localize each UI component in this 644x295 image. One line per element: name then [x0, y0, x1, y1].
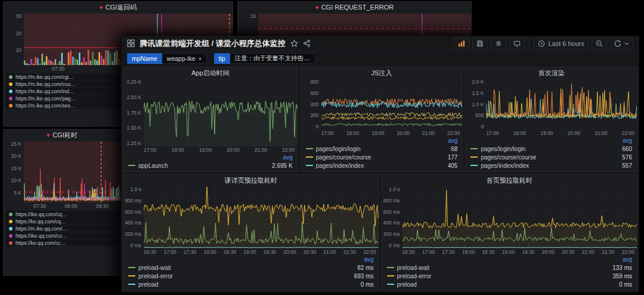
legend: avg pages/login/login 660: [466, 137, 637, 171]
chart-svg: [144, 79, 298, 146]
settings-button[interactable]: [491, 38, 506, 50]
panel-title-js-inject[interactable]: JS注入: [301, 67, 463, 78]
legend-label: pages/login/login: [481, 146, 622, 152]
y-tick: 20 K: [11, 153, 22, 159]
series-color-dash: [470, 148, 478, 149]
series-color-dot: [9, 227, 13, 231]
y-axis: 25 K20 K15 K10 K5 K: [4, 142, 24, 202]
save-button[interactable]: [472, 38, 488, 50]
series-color-dash: [470, 165, 478, 166]
legend-item[interactable]: pages/login/login 660: [470, 145, 632, 153]
legend-item[interactable]: pages/index/index 405: [306, 161, 458, 170]
js-inject-chart[interactable]: [321, 79, 463, 130]
legend: https://ike.qq.com/cq… https://ke.qq.com…: [4, 210, 120, 275]
legend-label: https://m.ike.qq.com/ind…: [16, 88, 74, 94]
zoom-out-button[interactable]: [592, 38, 607, 50]
series-color-dot: [9, 234, 13, 238]
legend-avg-header: avg: [387, 256, 633, 263]
series-color-dash: [470, 156, 478, 158]
series-color-dot: [9, 75, 13, 79]
legend-avg-header: avg: [128, 256, 374, 263]
first-render-chart[interactable]: [486, 79, 637, 130]
legend-avg-value: 359 ms: [612, 273, 632, 279]
legend-item[interactable]: preload-error 359 ms: [387, 272, 633, 280]
legend-label: preload: [138, 281, 361, 288]
legend-item[interactable]: preload-wait 82 ms: [128, 263, 374, 272]
legend-item[interactable]: pages/login/login 68: [306, 145, 458, 153]
alert-heart-icon: ♥: [315, 4, 319, 11]
variable-tip-value[interactable]: 注意：由于变量不支持告…: [230, 53, 315, 64]
x-tick: 19:00: [199, 147, 212, 153]
x-tick: 18:30: [482, 249, 494, 255]
y-tick: 500: [475, 113, 484, 118]
series-color-dash: [128, 165, 135, 166]
course-preload-chart[interactable]: [144, 187, 379, 248]
star-icon[interactable]: [290, 39, 298, 47]
legend-item[interactable]: preload 0 ms: [128, 280, 374, 288]
panel-title-course-preload[interactable]: 课详页预拉取耗时: [123, 175, 379, 186]
legend-item[interactable]: pages/course/course 576: [470, 153, 632, 161]
time-range-button[interactable]: Last 6 hours: [534, 38, 589, 50]
x-tick: 18:00: [462, 249, 475, 255]
share-icon[interactable]: [303, 39, 311, 47]
panel-title-cgi-request-error[interactable]: ♥CGI REQUEST_ERROR: [238, 2, 471, 13]
x-tick: 21:00: [595, 130, 607, 136]
legend-avg-header: avg: [306, 137, 458, 145]
x-tick: 18:00: [203, 249, 216, 255]
panel-title-cgi-latency[interactable]: ♥CGI耗时: [4, 130, 120, 140]
x-tick: 17:00: [144, 147, 156, 153]
time-range-label: Last 6 hours: [548, 40, 584, 47]
legend-item[interactable]: preload-wait 133 ms: [387, 263, 633, 272]
legend-label: preload-error: [397, 273, 613, 279]
panel-title-index-preload[interactable]: 首页预拉取耗时: [382, 175, 637, 186]
panel-title-cgi-return[interactable]: ♥CGI返回码: [4, 2, 233, 13]
legend-item[interactable]: https://ike.qq.com/cq…: [6, 211, 118, 217]
y-tick: 0: [316, 124, 319, 130]
toolbar-divider: [529, 39, 530, 48]
panel-title-first-render[interactable]: 首次渲染: [466, 67, 637, 78]
index-preload-chart[interactable]: [402, 187, 637, 248]
x-tick: 20:00: [227, 147, 239, 153]
y-tick: 800: [310, 79, 318, 85]
legend-item[interactable]: pages/index/index 557: [470, 161, 632, 170]
legend-item[interactable]: appLaunch 2.695 K: [128, 161, 293, 170]
y-tick: 2.00 K: [126, 95, 141, 100]
legend-item[interactable]: preload-error 693 ms: [128, 272, 374, 280]
app-launch-chart[interactable]: [144, 79, 298, 146]
variables-row: mpName weapp-ike▾ tip 注意：由于变量不支持告…: [121, 51, 639, 66]
legend-item[interactable]: https://m.ike.qq.com/…: [6, 225, 118, 232]
panel-title-app-launch[interactable]: App启动时间: [123, 67, 298, 78]
y-tick: 400 ms: [125, 220, 141, 226]
panel-index-preload: 首页预拉取耗时 1.0 s800 ms600 ms400 ms200 ms0 m…: [382, 174, 638, 291]
legend-item[interactable]: preload 0 ms: [387, 280, 633, 288]
series-color-dot: [9, 90, 13, 93]
x-axis: 07:3008:0008:30: [24, 202, 120, 210]
save-icon: [476, 40, 484, 47]
legend-item[interactable]: https://ke.qq.com/cq…: [6, 218, 118, 225]
series-color-dash: [128, 275, 135, 276]
legend-item[interactable]: https://ike.qq.com/co…: [6, 232, 118, 239]
tv-mode-button[interactable]: [509, 38, 525, 50]
series-color-dash: [387, 284, 394, 285]
chart-svg: [24, 142, 120, 202]
chart-svg: [402, 187, 637, 248]
stats-button[interactable]: [454, 38, 469, 50]
cgi-latency-chart[interactable]: [24, 142, 120, 202]
x-tick: 21:30: [602, 249, 614, 255]
legend-avg-value: 82 ms: [357, 265, 373, 271]
dashboard-title: 腾讯课堂前端开发组 / 课堂小程序总体监控: [140, 38, 286, 49]
y-tick: 10 K: [11, 178, 22, 183]
series-color-dash: [387, 275, 394, 276]
dashboard-grid-icon[interactable]: [127, 39, 135, 47]
variable-tip-text: 注意：由于变量不支持告…: [235, 54, 310, 63]
legend-label: https://m.ike.qq.com/cou…: [16, 81, 76, 87]
legend-item[interactable]: pages/course/course 177: [306, 153, 458, 161]
y-tick: 800 ms: [125, 198, 141, 204]
series-color-dash: [306, 148, 313, 149]
x-tick: 21:00: [255, 147, 267, 153]
variable-mpname-select[interactable]: weapp-ike▾: [162, 53, 207, 64]
legend-item[interactable]: https://ke.qq.com/cc…: [6, 239, 118, 246]
y-tick: 0: [481, 124, 484, 130]
y-tick: 15 K: [11, 166, 22, 171]
refresh-button[interactable]: [610, 38, 633, 50]
